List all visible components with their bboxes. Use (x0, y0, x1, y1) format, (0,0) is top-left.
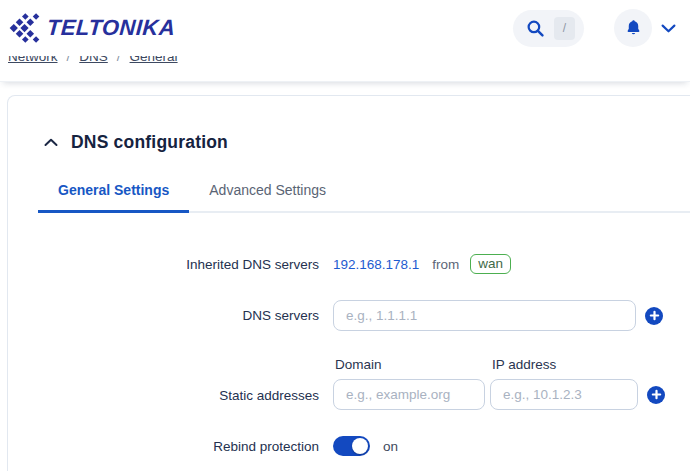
settings-tabbar: General Settings Advanced Settings (38, 182, 690, 213)
breadcrumb: Network/DNS/General (0, 56, 690, 82)
breadcrumb-separator: / (67, 56, 71, 64)
breadcrumb-separator: / (117, 56, 121, 64)
static-addresses-label: Static addresses (38, 388, 319, 410)
top-header: TELTONIKA / (0, 0, 690, 56)
inherited-dns-value: 192.168.178.1 (333, 257, 419, 272)
add-dns-server-button[interactable] (645, 307, 663, 325)
rebind-protection-label: Rebind protection (38, 439, 319, 454)
tab-general-settings[interactable]: General Settings (38, 182, 189, 213)
tab-advanced-settings[interactable]: Advanced Settings (189, 182, 346, 211)
brand-name: TELTONIKA (46, 15, 176, 41)
static-addresses-row: Static addresses Domain IP address (38, 357, 690, 410)
dns-configuration-card: DNS configuration General Settings Advan… (7, 95, 690, 471)
search-shortcut-key: / (554, 17, 575, 40)
rebind-protection-row: Rebind protection on (38, 436, 690, 456)
breadcrumb-link-dns[interactable]: DNS (79, 56, 108, 64)
dns-servers-label: DNS servers (38, 308, 319, 323)
dns-servers-input[interactable] (333, 300, 636, 331)
search-button[interactable]: / (513, 10, 584, 47)
plus-icon (651, 389, 662, 400)
breadcrumb-link-general[interactable]: General (130, 56, 178, 64)
inherited-from-text: from (432, 257, 459, 272)
static-ip-input[interactable] (490, 379, 638, 410)
ip-address-column-header: IP address (490, 357, 556, 372)
section-title: DNS configuration (71, 132, 228, 153)
toggle-knob (352, 438, 368, 454)
notifications-button[interactable] (614, 9, 652, 47)
add-static-address-button[interactable] (647, 386, 665, 404)
dns-configuration-collapse-header[interactable]: DNS configuration (44, 132, 690, 153)
interface-badge-wan: wan (470, 254, 511, 274)
rebind-protection-state: on (383, 439, 398, 454)
bell-icon (623, 18, 644, 39)
teltonika-logo[interactable]: TELTONIKA (8, 13, 175, 43)
inherited-dns-row: Inherited DNS servers 192.168.178.1 from… (38, 254, 690, 274)
domain-column-header: Domain (333, 357, 490, 372)
dns-servers-row: DNS servers (38, 300, 690, 331)
account-chevron-down-icon[interactable] (661, 24, 676, 33)
breadcrumb-link-network[interactable]: Network (8, 56, 58, 64)
search-icon (526, 19, 545, 38)
dns-general-form: Inherited DNS servers 192.168.178.1 from… (38, 254, 690, 456)
static-domain-input[interactable] (333, 379, 485, 410)
teltonika-logo-mark-icon (8, 13, 41, 43)
chevron-up-icon (44, 138, 58, 147)
plus-icon (649, 310, 660, 321)
rebind-protection-toggle[interactable] (333, 436, 370, 456)
inherited-dns-label: Inherited DNS servers (38, 257, 319, 272)
